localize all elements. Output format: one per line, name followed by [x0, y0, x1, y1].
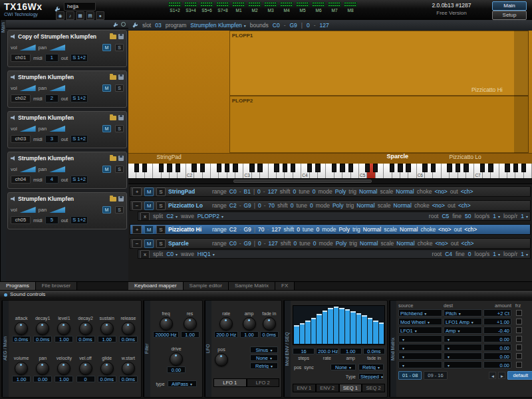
- shift-value[interactable]: 0: [293, 188, 296, 195]
- split-key-value[interactable]: C2: [166, 213, 178, 219]
- piano-black-key[interactable]: [167, 164, 172, 172]
- pan-slider[interactable]: [49, 126, 65, 132]
- knob[interactable]: [184, 317, 197, 331]
- vel-bound-low-value[interactable]: 0: [307, 22, 310, 29]
- seq-field-value[interactable]: 16: [293, 348, 315, 354]
- seq-tab[interactable]: SEQ 2: [362, 384, 385, 392]
- pan-slider[interactable]: [49, 166, 65, 172]
- piano-black-key[interactable]: [431, 164, 436, 172]
- save-icon[interactable]: [118, 34, 124, 39]
- choke-value[interactable]: <no>: [435, 240, 448, 247]
- knob-value[interactable]: 200.0 Hz: [214, 331, 238, 338]
- lfo-sync-select[interactable]: None: [250, 354, 278, 361]
- group-row[interactable]: + M S StringPad range C0 - B1 | 0 - 127 …: [130, 186, 531, 197]
- save-icon[interactable]: [118, 156, 124, 161]
- out-value[interactable]: <ch>: [462, 240, 474, 247]
- seq-step-bar[interactable]: [339, 308, 344, 344]
- group-name[interactable]: StringPad: [168, 188, 209, 195]
- program-entry[interactable]: Strumpfen Klumpfen vol pan M S ch02: [7, 70, 127, 108]
- group-row[interactable]: − M S Pizzicatto Lo range C2 - G9 | 0 - …: [130, 200, 531, 211]
- matrix-row[interactable]: Pitchbend Pitch +2 Ct: [398, 309, 532, 317]
- piano-black-key[interactable]: [480, 164, 485, 172]
- volume-slider[interactable]: [20, 166, 36, 172]
- piano-black-key[interactable]: [340, 164, 344, 172]
- seq-sync-select[interactable]: None: [331, 364, 356, 370]
- matrix-amount-value[interactable]: 0.00: [483, 361, 511, 368]
- knob-value[interactable]: 0.0ms: [76, 336, 95, 342]
- piano-black-key[interactable]: [456, 164, 460, 172]
- matrix-dest-select[interactable]: Amp: [444, 327, 482, 334]
- seq-step-bar[interactable]: [345, 309, 350, 344]
- midi-channel-value[interactable]: 3: [45, 135, 59, 143]
- piano-black-key[interactable]: [233, 164, 237, 172]
- knob[interactable]: [36, 322, 49, 335]
- piano-black-key[interactable]: [488, 164, 493, 172]
- lfo-wave-select[interactable]: Sinus: [250, 346, 278, 353]
- trig-value[interactable]: Normal: [360, 240, 378, 247]
- output-value[interactable]: S 1+2: [70, 94, 88, 102]
- matrix-amount-value[interactable]: 0.00: [483, 344, 511, 351]
- split-row[interactable]: x split C0 wave HIQ1 root C4 fine 0 loop…: [138, 249, 531, 259]
- matrix-source-select[interactable]: Pitchbend: [398, 309, 442, 317]
- knob[interactable]: [36, 362, 49, 375]
- piano-keyboard[interactable]: C2C3C4C5C6C7: [128, 164, 532, 178]
- vel-high-value[interactable]: 70: [269, 202, 275, 209]
- seq-step-bar[interactable]: [356, 313, 362, 344]
- scrollbar-thumb[interactable]: [233, 180, 372, 183]
- scale-value[interactable]: Normal: [400, 226, 418, 233]
- group-solo-button[interactable]: S: [156, 188, 166, 196]
- seq-step-bar[interactable]: [305, 321, 311, 344]
- matrix-freeze-checkbox[interactable]: [516, 319, 522, 325]
- piano-black-key[interactable]: [505, 164, 509, 172]
- piano-black-key[interactable]: [200, 164, 205, 172]
- split-loop-start-value[interactable]: 1: [493, 213, 500, 219]
- seq-step-bar[interactable]: [317, 314, 322, 344]
- matrix-amount-value[interactable]: +1.00: [483, 318, 511, 325]
- range-high-value[interactable]: G9: [243, 202, 251, 209]
- pan-slider[interactable]: [49, 85, 65, 91]
- seq-step-bar[interactable]: [328, 308, 333, 344]
- output-value[interactable]: S 1+2: [70, 135, 88, 143]
- solo-button[interactable]: S: [115, 166, 124, 173]
- piano-black-key[interactable]: [422, 164, 427, 172]
- pin-icon[interactable]: [121, 22, 126, 27]
- matrix-amount-value[interactable]: 0.00: [483, 335, 511, 342]
- piano-black-key[interactable]: [447, 164, 452, 172]
- folder-icon[interactable]: [110, 75, 116, 80]
- mode-value[interactable]: Poly: [338, 226, 350, 233]
- prev-arrow-button[interactable]: ◄: [489, 372, 496, 379]
- volume-slider[interactable]: [20, 85, 36, 91]
- folder-icon[interactable]: [110, 197, 116, 201]
- mode-value[interactable]: Poly: [332, 202, 344, 209]
- matrix-row[interactable]: 0.00: [398, 335, 532, 342]
- output-value[interactable]: S 1+2: [70, 176, 88, 184]
- knob[interactable]: [79, 362, 92, 375]
- knob[interactable]: [263, 317, 276, 331]
- wave-region-plopp2[interactable]: PLOPP2: [229, 96, 529, 153]
- midi-channel-value[interactable]: 1: [45, 54, 59, 62]
- knob-value[interactable]: 0.0ms: [12, 336, 31, 342]
- vel-low-value[interactable]: 70: [258, 226, 264, 233]
- split-fine-value[interactable]: 0: [468, 251, 471, 257]
- drive-knob[interactable]: [170, 352, 183, 366]
- piano-black-key[interactable]: [176, 164, 180, 172]
- piano-black-key[interactable]: [315, 164, 320, 172]
- choke-value[interactable]: <no>: [438, 226, 451, 233]
- choke-value[interactable]: <no>: [434, 188, 447, 195]
- collapse-button[interactable]: −: [132, 201, 142, 210]
- matrix-row[interactable]: 0.00: [398, 344, 532, 351]
- piano-black-key[interactable]: [390, 164, 394, 172]
- out-value[interactable]: <ch>: [464, 226, 477, 233]
- mute-button[interactable]: M: [102, 44, 111, 51]
- lfo-trig-select[interactable]: Retrig: [250, 362, 278, 369]
- wave-mapping-area[interactable]: PLOPP1 PLOPP2 Pizzicatto Hi StringPad Sp…: [128, 31, 532, 164]
- knob-value[interactable]: 0.0ms: [33, 336, 52, 342]
- horizontal-scrollbar[interactable]: [128, 178, 532, 184]
- range-high-value[interactable]: G9: [243, 226, 251, 233]
- record-icon[interactable]: ●: [96, 11, 104, 20]
- matrix-freeze-checkbox[interactable]: [516, 310, 522, 316]
- tune-value[interactable]: 0: [313, 240, 317, 247]
- matrix-dest-select[interactable]: [444, 344, 482, 351]
- seq-step-bar[interactable]: [373, 321, 378, 344]
- split-fine-value[interactable]: 50: [465, 213, 471, 219]
